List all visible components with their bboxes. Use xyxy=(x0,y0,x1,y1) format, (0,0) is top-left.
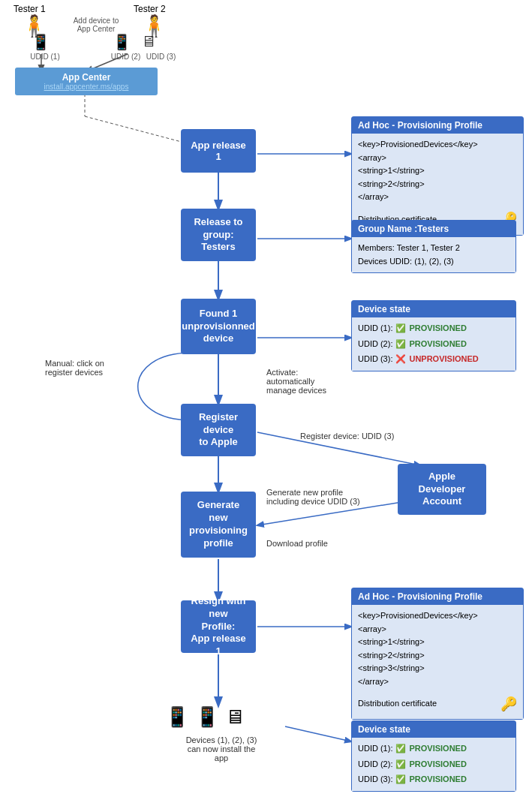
bottom-tablet-icon: 🖥 xyxy=(225,705,245,729)
diagram-container: Tester 1 🧍 📱 UDID (1) Add device toApp C… xyxy=(0,0,532,800)
panel3-udid1-label: UDID (1): xyxy=(358,322,392,335)
check-icon-5: ✅ xyxy=(395,773,406,786)
app-release-box: App release 1 xyxy=(181,129,256,173)
panel5-udid2-status: PROVISIONED xyxy=(409,758,466,771)
bottom-devices: 📱 📱 🖥 xyxy=(165,705,245,729)
panel3-udid3-label: UDID (3): xyxy=(358,353,392,366)
adhoc-panel-1-header: Ad Hoc - Provisioning Profile xyxy=(352,117,523,134)
check-icon-1: ✅ xyxy=(395,322,406,335)
tester1-phone-icon: 📱 xyxy=(32,33,50,51)
check-icon-2: ✅ xyxy=(395,338,406,351)
manual-label: Manual: click onregister devices xyxy=(45,359,128,377)
group-panel: Group Name :Testers Members: Tester 1, T… xyxy=(351,220,516,273)
resign-label: Resign with newProfile:App release 1 xyxy=(188,595,248,658)
group-members: Members: Tester 1, Tester 2 xyxy=(358,242,509,255)
panel3-udid2-label: UDID (2): xyxy=(358,338,392,351)
app-center-title: App Center xyxy=(23,72,150,83)
panel1-line1: <key>ProvisionedDevices</key> xyxy=(358,138,517,152)
panel1-line2: <array> xyxy=(358,152,517,165)
tester1-label: Tester 1 xyxy=(14,4,46,14)
panel5-udid1-label: UDID (1): xyxy=(358,742,392,756)
tester2-label: Tester 2 xyxy=(134,4,166,14)
panel5-udid3-label: UDID (3): xyxy=(358,773,392,786)
panel1-line3: <string>1</string> xyxy=(358,164,517,178)
panel3-udid2-status: PROVISIONED xyxy=(409,338,466,351)
panel4-line4: <string>2</string> xyxy=(358,649,517,663)
device-state-panel-1-header: Device state xyxy=(352,301,515,317)
device-state-panel-2-body: UDID (1): ✅ PROVISIONED UDID (2): ✅ PROV… xyxy=(352,738,515,791)
app-center-link[interactable]: install.appcenter.ms/apps xyxy=(23,83,150,91)
resign-box: Resign with newProfile:App release 1 xyxy=(181,600,256,653)
found-device-box: Found 1unprovisionneddevice xyxy=(181,299,256,354)
activate-label: Activate:automaticallymanage devices xyxy=(266,368,349,395)
register-device-box: Register deviceto Apple xyxy=(181,404,256,456)
app-center-button[interactable]: App Center install.appcenter.ms/apps xyxy=(15,68,158,95)
group-panel-body: Members: Tester 1, Tester 2 Devices UDID… xyxy=(352,237,515,272)
register-device-udid-label: Register device: UDID (3) xyxy=(300,432,394,441)
bottom-phone1-icon: 📱 xyxy=(165,705,189,729)
device-state-panel-2-header: Device state xyxy=(352,721,515,738)
panel1-line5: </array> xyxy=(358,191,517,204)
udid2-label: UDID (2) xyxy=(109,53,143,61)
adhoc-panel-4: Ad Hoc - Provisioning Profile <key>Provi… xyxy=(351,588,524,720)
key-icon-2: 🔑 xyxy=(500,693,517,715)
group-devices: Devices UDID: (1), (2), (3) xyxy=(358,255,509,269)
bottom-label: Devices (1), (2), (3)can now install the… xyxy=(161,735,281,762)
udid1-label: UDID (1) xyxy=(23,53,68,61)
generate-profile-box-label: Generate newprovisioningprofile xyxy=(188,499,248,550)
panel4-line1: <key>ProvisionedDevices</key> xyxy=(358,609,517,623)
panel5-udid1-status: PROVISIONED xyxy=(409,742,466,756)
panel3-udid3-status: UNPROVISIONED xyxy=(409,353,478,366)
x-icon-1: ❌ xyxy=(395,353,406,366)
panel5-udid2-label: UDID (2): xyxy=(358,758,392,771)
adhoc-panel-1: Ad Hoc - Provisioning Profile <key>Provi… xyxy=(351,116,524,236)
panel4-cert-label: Distribution certificate xyxy=(358,697,437,711)
svg-line-16 xyxy=(285,726,351,741)
found-device-label: Found 1unprovisionneddevice xyxy=(182,308,255,346)
adhoc-panel-4-header: Ad Hoc - Provisioning Profile xyxy=(352,588,523,605)
device-state-panel-2: Device state UDID (1): ✅ PROVISIONED UDI… xyxy=(351,720,516,792)
panel1-line4: <string>2</string> xyxy=(358,178,517,191)
release-to-group-label: Release togroup:Testers xyxy=(194,216,242,254)
device-state-panel-1-body: UDID (1): ✅ PROVISIONED UDID (2): ✅ PROV… xyxy=(352,317,515,371)
apple-dev-box: Apple DeveloperAccount xyxy=(398,464,486,515)
adhoc-panel-4-body: <key>ProvisionedDevices</key> <array> <s… xyxy=(352,605,523,719)
generate-profile-box: Generate newprovisioningprofile xyxy=(181,492,256,558)
panel4-line6: </array> xyxy=(358,675,517,689)
download-profile-label: Download profile xyxy=(266,539,328,548)
panel4-line2: <array> xyxy=(358,623,517,636)
bottom-phone2-icon: 📱 xyxy=(195,705,219,729)
tester2-tablet-icon: 🖥 xyxy=(141,33,156,50)
tester2-phone-icon: 📱 xyxy=(113,33,131,51)
panel4-line3: <string>1</string> xyxy=(358,636,517,649)
panel3-udid1-status: PROVISIONED xyxy=(409,322,466,335)
add-device-label: Add device toApp Center xyxy=(66,17,126,33)
check-icon-3: ✅ xyxy=(395,742,406,756)
release-to-group-box: Release togroup:Testers xyxy=(181,209,256,261)
check-icon-4: ✅ xyxy=(395,758,406,771)
apple-dev-label: Apple DeveloperAccount xyxy=(405,471,479,509)
udid3-label: UDID (3) xyxy=(144,53,178,61)
generate-profile-label: Generate new profileincluding device UDI… xyxy=(266,488,364,506)
device-state-panel-1: Device state UDID (1): ✅ PROVISIONED UDI… xyxy=(351,300,516,371)
register-device-label: Register deviceto Apple xyxy=(188,411,248,450)
panel4-line5: <string>3</string> xyxy=(358,662,517,675)
group-panel-header: Group Name :Testers xyxy=(352,221,515,237)
panel5-udid3-status: PROVISIONED xyxy=(409,773,466,786)
